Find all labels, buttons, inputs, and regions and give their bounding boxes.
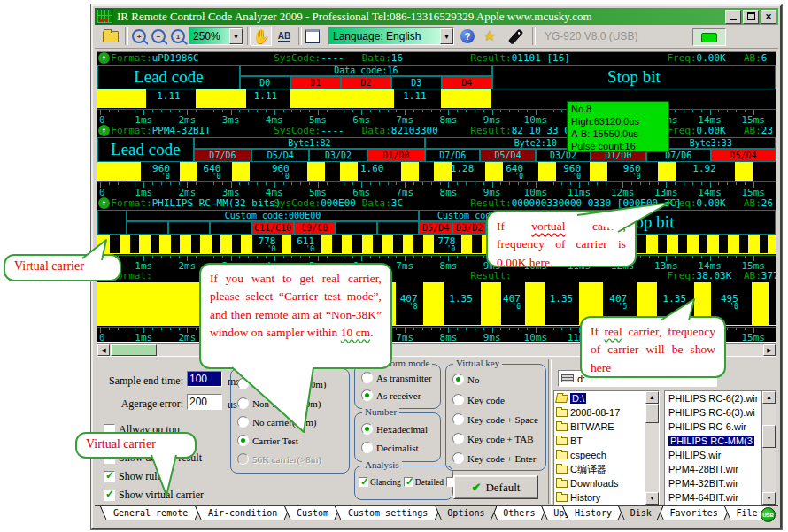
tab-custom-settings[interactable]: Custom settings [335, 506, 442, 520]
radio-key-code[interactable]: Key code [452, 394, 505, 405]
folder-item[interactable]: BITWARE [554, 420, 659, 434]
radio-key-code-enter[interactable]: Key code + Enter [452, 452, 536, 464]
radio-56k-carrier-8m-[interactable]: 56K carrier(>8m) [237, 453, 321, 465]
file-item[interactable]: PHILIPS RC-6.wir [665, 420, 776, 434]
radio-icon[interactable] [452, 433, 464, 444]
window-view-button[interactable] [302, 27, 323, 46]
checkbox-icon[interactable] [104, 471, 115, 482]
radio-icon[interactable] [361, 442, 373, 453]
radio-no[interactable]: No [452, 374, 479, 385]
zoom-out-button[interactable]: − [148, 27, 169, 46]
scroll-right-arrow-icon[interactable]: ▶ [763, 344, 776, 356]
file-item[interactable]: PHILIPS RC-6(3).wi [665, 405, 776, 420]
folder-item[interactable]: D:\ [554, 391, 659, 405]
chevron-down-icon[interactable]: ▼ [229, 28, 243, 44]
remote-button[interactable] [504, 27, 527, 46]
checkbox-show-virtual-carrier[interactable]: Show virtual carrier [104, 489, 204, 502]
language-select[interactable]: Language: English ▼ [328, 27, 454, 45]
up-arrow-icon[interactable]: ↑ [98, 197, 110, 209]
tab-custom[interactable]: Custom [284, 506, 341, 520]
radio-icon[interactable] [237, 378, 249, 389]
folder-item[interactable]: History [554, 490, 659, 505]
scroll-down-arrow-icon[interactable]: ▼ [762, 492, 776, 505]
tab-options[interactable]: Options [435, 506, 497, 520]
folder-list[interactable]: D:\2008-08-17BITWAREBTcspeechC编译器Downloa… [553, 390, 660, 505]
radio-icon[interactable] [361, 372, 373, 383]
checkbox-icon[interactable] [404, 477, 413, 487]
tab-general-remote[interactable]: General remote [100, 506, 201, 520]
radio-icon[interactable] [361, 389, 373, 401]
folder-item[interactable]: 2008-08-17 [554, 405, 659, 420]
file-item[interactable]: PPM4-28BIT.wir [665, 462, 776, 476]
radio-hexadecimal[interactable]: Hexadecimal [361, 423, 428, 435]
scroll-left-arrow-icon[interactable]: ◀ [97, 344, 110, 356]
radio-icon[interactable] [237, 416, 249, 428]
radio-icon[interactable] [237, 397, 249, 409]
radio-icon[interactable] [237, 435, 249, 446]
radio-decimalist[interactable]: Decimalist [361, 442, 419, 453]
tab-history[interactable]: History [562, 506, 624, 520]
maximize-button[interactable] [743, 10, 759, 24]
favorites-button[interactable]: ★ [479, 27, 500, 46]
radio-as-receiver[interactable]: As receiver [361, 389, 421, 401]
default-button[interactable]: ✔ Default [453, 475, 538, 499]
header-group: Lead code [97, 137, 194, 162]
close-button[interactable]: ✕ [761, 10, 776, 24]
radio-icon[interactable] [452, 394, 464, 405]
radio-carrier-test[interactable]: Carrier Test [237, 435, 298, 446]
scrollbar-thumb[interactable] [645, 404, 659, 423]
file-item[interactable]: PHILIPS RC-MM(3 [665, 434, 776, 448]
radio-icon[interactable] [452, 374, 464, 385]
sample-end-time-input[interactable] [187, 371, 222, 387]
file-item[interactable]: PHILIPS RC-6(2).wir [665, 391, 776, 405]
radio-icon[interactable] [452, 413, 464, 425]
radio-non-38k-10m-[interactable]: Non-38K (<10m) [237, 397, 321, 409]
file-item[interactable]: PHILIPS.wir [665, 448, 776, 462]
folder-item[interactable]: cspeech [554, 448, 659, 462]
help-button[interactable]: ? [458, 27, 477, 46]
scroll-down-arrow-icon[interactable]: ▼ [645, 492, 659, 505]
title-bar[interactable]: IR Remote Control Code Analyzer 2009 - P… [95, 8, 778, 25]
file-list[interactable]: PHILIPS RC-6(2).wirPHILIPS RC-6(3).wiPHI… [664, 390, 776, 505]
scroll-up-arrow-icon[interactable]: ▲ [645, 391, 659, 404]
checkbox-icon[interactable] [359, 477, 368, 487]
open-file-button[interactable] [100, 27, 121, 46]
scrollbar-thumb[interactable] [111, 344, 157, 356]
folder-item[interactable]: Downloads [554, 476, 659, 490]
minimize-button[interactable] [725, 10, 741, 24]
tab-favorites[interactable]: Favorites [657, 506, 730, 520]
file-item[interactable]: PPM4-32BIT.wir [665, 476, 776, 490]
scroll-up-arrow-icon[interactable]: ▲ [762, 391, 776, 404]
radio-icon[interactable] [452, 452, 464, 464]
radio-key-code-space[interactable]: Key code + Space [452, 413, 538, 425]
radio-38k-carrier-10m-[interactable]: 38K carrier(>10m) [237, 378, 326, 389]
checkbox-icon[interactable] [104, 490, 115, 501]
checkbox-show-ruler[interactable]: Show ruler [104, 470, 166, 483]
file-item[interactable]: PPM4-64BIT.wir [665, 490, 776, 505]
radio-icon[interactable] [361, 423, 373, 435]
analysis-check-glancing[interactable]: Glancing [359, 477, 401, 487]
zoom-reset-button[interactable]: 1 [167, 27, 189, 46]
up-arrow-icon[interactable]: ↑ [98, 52, 110, 64]
tab-others[interactable]: Others [491, 506, 547, 520]
scrollbar-thumb[interactable] [762, 425, 776, 448]
tab-air-condition[interactable]: Air-condition [195, 506, 290, 520]
tab-disk[interactable]: Disk [618, 506, 663, 520]
file-scrollbar[interactable]: ▲ ▼ [761, 391, 776, 505]
folder-item[interactable]: C编译器 [554, 462, 659, 476]
up-arrow-icon[interactable]: ↑ [98, 125, 110, 136]
folder-scrollbar[interactable]: ▲ ▼ [645, 391, 659, 505]
radio-no-carrier-1m-[interactable]: No carrier(<1m) [237, 416, 316, 428]
folder-name: C编译器 [570, 463, 606, 476]
pan-tool-button[interactable]: ✋ [251, 27, 272, 46]
agerage-error-input[interactable] [187, 394, 222, 410]
zoom-in-button[interactable]: + [128, 27, 150, 46]
radio-key-code-tab[interactable]: Key code + TAB [452, 433, 533, 444]
radio-as-transmitter[interactable]: As transmitter [361, 372, 432, 383]
measure-ab-button[interactable]: AB [274, 27, 295, 46]
zoom-level-select[interactable]: 250% ▼ [189, 27, 243, 45]
radio-icon[interactable] [237, 453, 249, 465]
chevron-down-icon[interactable]: ▼ [440, 28, 453, 44]
folder-item[interactable]: BT [554, 434, 659, 448]
analysis-check-detailed[interactable]: Detailed [404, 477, 444, 487]
